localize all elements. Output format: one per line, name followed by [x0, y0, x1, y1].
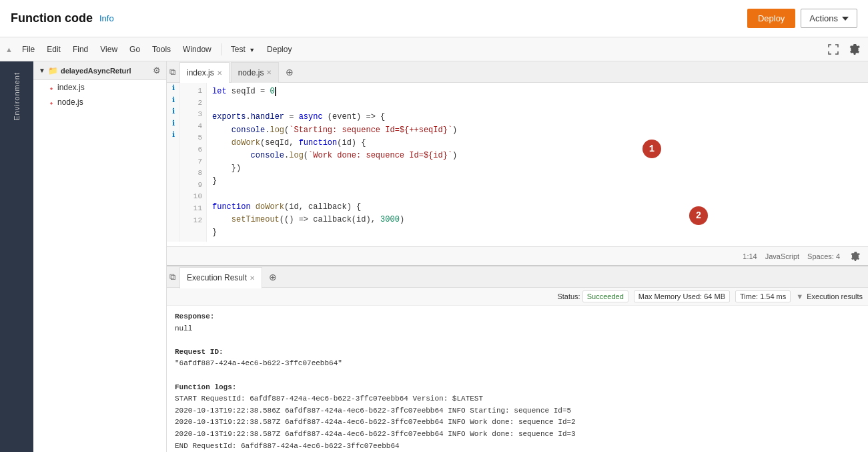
log-line-3: 2020-10-13T19:22:38.587Z 6afdf887-424a-4…: [175, 429, 860, 441]
results-dropdown[interactable]: ▼ Execution results: [796, 292, 863, 300]
file-menu[interactable]: File: [17, 42, 40, 57]
tools-menu[interactable]: Tools: [147, 42, 176, 57]
triangle-down-icon: ▼: [796, 292, 803, 300]
tab-label-nodejs: node.js: [238, 68, 264, 77]
line-num-5: 5: [180, 132, 206, 144]
exec-tab-label: Execution Result: [187, 273, 247, 282]
close-exec-tab[interactable]: ✕: [250, 274, 255, 282]
folder-icon: 📁: [48, 66, 58, 75]
add-tab-button[interactable]: ⊕: [280, 64, 299, 80]
response-label: Response:: [175, 311, 860, 323]
code-line-11: setTimeout(() => callback(id), 3000): [212, 214, 863, 226]
deploy-toolbar-button[interactable]: Deploy: [262, 42, 297, 57]
cursor-position: 1:14: [743, 252, 757, 260]
response-section: Response: null: [175, 311, 860, 334]
request-id-section: Request ID: "6afdf887-424a-4ec6-b622-3ff…: [175, 347, 860, 370]
line-num-1: 1: [180, 85, 206, 97]
actions-dropdown-icon: [842, 17, 849, 21]
results-label: Execution results: [807, 292, 863, 300]
gutter-6: ℹ: [167, 95, 180, 107]
code-line-4: console.log(`Starting: sequence Id=${++s…: [212, 124, 863, 137]
line-num-10: 10: [180, 191, 206, 203]
code-lines[interactable]: let seqId = 0 exports.handler = async (e…: [207, 83, 868, 242]
log-line-2: 2020-10-13T19:22:38.587Z 6afdf887-424a-4…: [175, 417, 860, 429]
expand-icon: ▼: [39, 67, 45, 74]
edit-menu[interactable]: Edit: [41, 42, 66, 57]
header-buttons: Deploy Actions: [747, 9, 857, 28]
copy-icon: ⧉: [169, 67, 175, 77]
settings-button[interactable]: [847, 41, 863, 57]
line-num-7: 7: [180, 156, 206, 168]
add-exec-tab-button[interactable]: ⊕: [264, 269, 282, 285]
memory-label: Max Memory Used:: [638, 292, 702, 300]
test-label: Test: [231, 45, 246, 54]
gutter-11: ℹ: [167, 130, 180, 142]
status-bar: 1:14 JavaScript Spaces: 4: [167, 246, 868, 265]
view-menu[interactable]: View: [95, 42, 123, 57]
gutter: ℹ ℹ ℹ ℹ ℹ: [167, 83, 180, 242]
code-line-6: console.log(`Work done: sequence Id=${id…: [212, 150, 863, 162]
close-tab-nodejs[interactable]: ✕: [266, 69, 272, 76]
fullscreen-button[interactable]: [825, 41, 841, 57]
annotation-badge-1: 1: [642, 140, 661, 158]
code-line-7: }): [212, 162, 863, 175]
editor-area: ⧉ index.js ✕ node.js ✕ ⊕ ℹ: [167, 61, 868, 452]
gutter-8: ℹ: [167, 118, 180, 130]
toolbar: ▲ File Edit Find View Go Tools Window Te…: [0, 37, 868, 61]
line-num-4: 4: [180, 121, 206, 133]
tab-label-indexjs: index.js: [187, 68, 214, 77]
actions-button[interactable]: Actions: [801, 9, 857, 28]
page-header: Function code Info Deploy Actions: [0, 0, 868, 37]
sidebar: Environment: [0, 61, 33, 452]
file-tree: ▼ 📁 delayedAsyncReturl ⚙ ⬥ index.js ⬥ no…: [33, 61, 167, 452]
line-numbers: 1 2 3 4 5 6 7 8 9 10 11 12: [180, 83, 207, 242]
function-logs-label: Function logs:: [175, 382, 860, 394]
line-num-6: 6: [180, 144, 206, 156]
exec-tabs-bar: ⧉ Execution Result ✕ ⊕: [167, 266, 868, 288]
code-line-9: [212, 188, 863, 201]
collapse-icon: ▲: [5, 45, 13, 53]
code-line-10: function doWork(id, callback) {: [212, 201, 863, 214]
exec-copy-icon: ⧉: [169, 272, 175, 282]
log-text-1: 2020-10-13T19:22:38.586Z 6afdf887-424a-4…: [175, 407, 571, 415]
close-tab-indexjs[interactable]: ✕: [217, 69, 222, 77]
gutter-7: ℹ: [167, 106, 180, 118]
info-link[interactable]: Info: [99, 13, 114, 23]
gear-icon: [849, 44, 860, 55]
line-num-9: 9: [180, 180, 206, 192]
test-dropdown-icon: ▼: [249, 47, 255, 53]
test-menu[interactable]: Test ▼: [226, 42, 260, 57]
editor-wrapper: ℹ ℹ ℹ ℹ ℹ 1 2 3 4: [167, 83, 868, 452]
tab-indexjs[interactable]: index.js ✕: [179, 62, 230, 83]
memory-badge: Max Memory Used: 64 MB: [634, 290, 730, 302]
log-line-1: 2020-10-13T19:22:38.586Z 6afdf887-424a-4…: [175, 405, 860, 417]
tab-nodejs[interactable]: node.js ✕: [231, 62, 280, 83]
editor-settings-button[interactable]: [848, 249, 863, 264]
memory-value: 64 MB: [704, 292, 725, 300]
status-text: Status:: [557, 292, 580, 300]
gutter-4: ℹ: [167, 83, 180, 95]
go-menu[interactable]: Go: [124, 42, 145, 57]
execution-area: ⧉ Execution Result ✕ ⊕ Status: Succeeded…: [167, 265, 868, 452]
exec-tab-result[interactable]: Execution Result ✕: [179, 267, 262, 288]
exec-status-bar: Status: Succeeded Max Memory Used: 64 MB…: [167, 288, 868, 306]
deploy-button[interactable]: Deploy: [747, 9, 795, 28]
request-id-label: Request ID:: [175, 347, 860, 359]
code-editor[interactable]: ℹ ℹ ℹ ℹ ℹ 1 2 3 4: [167, 83, 868, 246]
status-badge: Succeeded: [582, 290, 628, 302]
response-value: null: [175, 323, 860, 335]
folder-name: delayedAsyncReturl: [61, 67, 131, 75]
code-line-8: }: [212, 175, 863, 188]
window-menu[interactable]: Window: [177, 42, 217, 57]
line-num-8: 8: [180, 168, 206, 180]
tree-settings-icon[interactable]: ⚙: [153, 65, 161, 75]
editor-tabs-bar: ⧉ index.js ✕ node.js ✕ ⊕: [167, 61, 868, 83]
file-item-indexjs[interactable]: ⬥ index.js: [33, 80, 166, 95]
code-line-12: }: [212, 226, 863, 239]
find-menu[interactable]: Find: [67, 42, 93, 57]
file-item-nodejs[interactable]: ⬥ node.js: [33, 95, 166, 109]
fullscreen-icon: [828, 44, 839, 55]
file-icon-indexjs: ⬥: [49, 84, 53, 91]
spaces-label: Spaces: 4: [807, 252, 840, 260]
toolbar-right: [825, 41, 863, 57]
